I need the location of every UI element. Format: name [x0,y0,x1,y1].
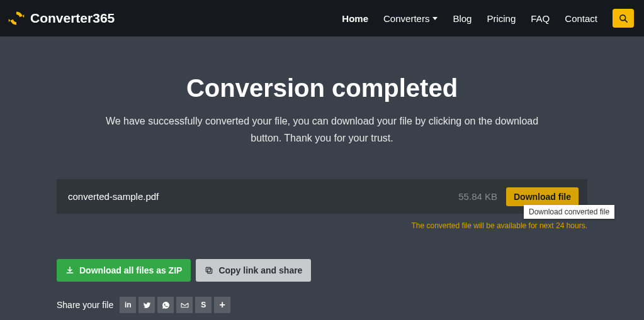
nav-pricing[interactable]: Pricing [487,13,516,24]
svg-rect-4 [208,269,212,273]
svg-marker-0 [23,14,25,18]
logo-text: Converter365 [30,11,115,26]
nav-converters[interactable]: Converters [383,13,438,24]
page-title: Conversion completed [57,74,587,102]
svg-marker-1 [9,19,11,22]
logo-icon [8,9,25,27]
svg-rect-5 [206,268,211,272]
nav-blog[interactable]: Blog [453,13,472,24]
page-subtitle: We have successfully converted your file… [96,113,549,146]
download-tooltip: Download converted file [524,205,614,219]
email-icon[interactable] [176,297,193,313]
whatsapp-icon[interactable] [157,297,174,313]
share-label: Share your file [57,300,113,310]
share-row: Share your file in S + [57,297,587,313]
more-icon[interactable]: + [214,297,230,313]
copy-icon [205,266,213,275]
nav: Home Converters Blog Pricing FAQ Contact [342,9,634,28]
twitter-icon[interactable] [138,297,155,313]
svg-line-3 [624,19,627,22]
download-zip-button[interactable]: Download all files as ZIP [57,259,191,282]
nav-converters-label: Converters [383,13,429,24]
search-icon [619,14,628,23]
nav-home[interactable]: Home [342,13,368,24]
search-button[interactable] [613,9,634,28]
availability-notice: The converted file will be available for… [57,221,587,230]
download-file-button[interactable]: Download file Download converted file [506,187,579,206]
file-name: converted-sample.pdf [68,191,449,202]
file-size: 55.84 KB [458,191,497,202]
logo[interactable]: Converter365 [8,9,115,27]
header: Converter365 Home Converters Blog Pricin… [0,0,644,36]
copy-link-button[interactable]: Copy link and share [196,259,311,282]
skype-icon[interactable]: S [195,297,212,313]
download-icon [65,266,74,275]
nav-contact[interactable]: Contact [565,13,597,24]
download-file-label: Download file [514,192,571,202]
copy-link-label: Copy link and share [218,265,302,275]
main-content: Conversion completed We have successfull… [0,36,644,313]
chevron-down-icon [432,17,438,20]
linkedin-icon[interactable]: in [120,297,136,313]
actions-row: Download all files as ZIP Copy link and … [57,259,587,282]
share-icons: in S + [120,297,230,313]
nav-faq[interactable]: FAQ [531,13,550,24]
download-zip-label: Download all files as ZIP [79,265,182,275]
file-row: converted-sample.pdf 55.84 KB Download f… [57,179,587,214]
